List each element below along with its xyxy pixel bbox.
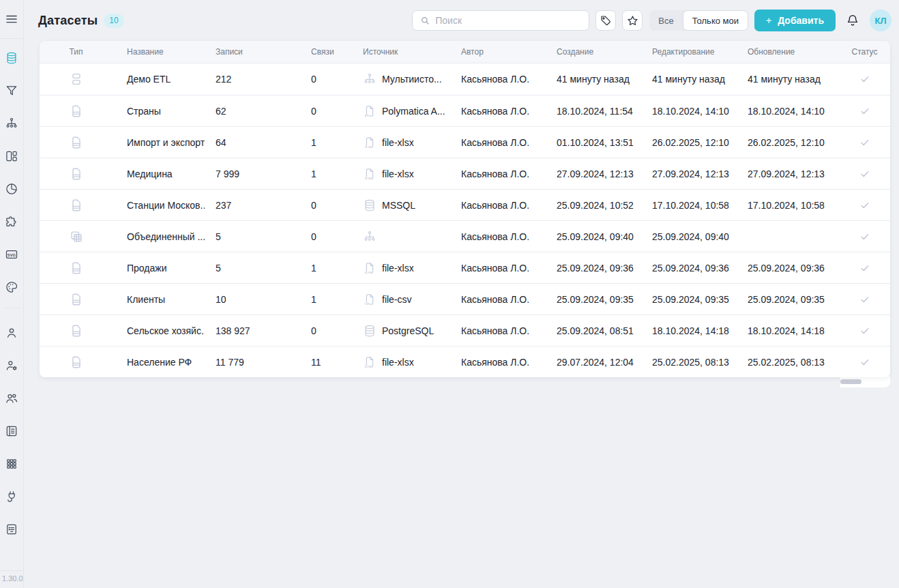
column-header-author[interactable]: Автор: [450, 47, 546, 57]
xlsx-file-icon: XLSX: [363, 167, 377, 181]
author: Касьянова Л.О.: [450, 231, 546, 242]
created-at: 01.10.2024, 13:51: [546, 137, 641, 148]
sidebar: SVG 1.30.0: [0, 0, 24, 588]
updated-at: 17.10.2024, 10:58: [737, 200, 839, 211]
document-icon: [69, 292, 84, 307]
table-row[interactable]: Сельское хозяйс... 138 927 0 PostgreSQL …: [40, 314, 890, 346]
records-count: 11 779: [205, 357, 300, 368]
column-header-type[interactable]: Тип: [40, 47, 113, 57]
pie-chart-icon: [5, 182, 18, 196]
datasets-table: ТипНазваниеЗаписиСвязиИсточникАвторСозда…: [40, 41, 890, 377]
column-header-links[interactable]: Связи: [300, 47, 355, 57]
sidebar-item-journal-book[interactable]: [0, 415, 23, 447]
source-label: file-xlsx: [382, 263, 414, 274]
created-at: 27.09.2024, 12:13: [546, 168, 641, 179]
puzzle-plugin-icon: [5, 215, 18, 229]
sidebar-item-palette[interactable]: [0, 271, 23, 304]
created-at: 25.09.2024, 09:40: [546, 231, 641, 242]
sidebar-divider: [3, 308, 20, 308]
sidebar-item-user[interactable]: [0, 317, 23, 349]
plug-connections-icon: [5, 490, 18, 503]
edited-at: 25.09.2024, 09:36: [641, 263, 737, 274]
edited-at: 17.10.2024, 10:58: [641, 200, 737, 211]
updated-at: 25.09.2024, 09:35: [737, 294, 839, 305]
toggle-only-mine[interactable]: Только мои: [683, 10, 748, 31]
dataset-name: Страны: [113, 106, 205, 117]
dashboards-layout-icon: [5, 149, 18, 163]
created-at: 29.07.2024, 12:04: [546, 357, 641, 368]
edited-at: 18.10.2024, 14:18: [641, 325, 737, 336]
notes-log-icon: [5, 523, 18, 536]
author: Касьянова Л.О.: [450, 106, 546, 117]
updated-at: 18.10.2024, 14:18: [737, 325, 839, 336]
column-header-updated[interactable]: Обновление: [737, 47, 839, 57]
column-header-name[interactable]: Название: [113, 47, 205, 57]
sidebar-item-users-group[interactable]: [0, 382, 23, 415]
column-header-edited[interactable]: Редактирование: [641, 47, 737, 57]
created-at: 25.09.2024, 08:51: [546, 325, 641, 336]
source-label: Мультиисто...: [382, 74, 442, 85]
toggle-all[interactable]: Все: [649, 10, 682, 31]
edited-at: 27.09.2024, 12:13: [641, 168, 737, 179]
add-dataset-button[interactable]: + Добавить: [754, 10, 836, 31]
search-box: [412, 10, 589, 31]
hamburger-icon: [5, 12, 18, 26]
column-header-source[interactable]: Источник: [355, 47, 450, 57]
hamburger-menu-button[interactable]: [0, 0, 23, 39]
table-row[interactable]: Импорт и экспорт 64 1 XLSX file-xlsx Кас…: [40, 126, 890, 158]
column-header-records[interactable]: Записи: [205, 47, 300, 57]
table-row[interactable]: Объединенный ... 5 0 Касьянова Л.О. 25.0…: [40, 220, 890, 252]
records-count: 5: [205, 231, 300, 242]
svg-text:XLSX: XLSX: [365, 146, 372, 149]
topbar: Датасеты 10 Все Только мои + Добавить КЛ: [24, 0, 899, 41]
sidebar-item-user-settings[interactable]: [0, 349, 23, 382]
sidebar-item-etl-sitemap[interactable]: [0, 107, 23, 140]
search-input[interactable]: [435, 15, 582, 26]
etl-sitemap-icon: [5, 117, 18, 130]
sidebar-item-modules-grid[interactable]: [0, 447, 23, 480]
sidebar-item-datasets-db[interactable]: [0, 42, 23, 74]
sidebar-item-puzzle-plugin[interactable]: [0, 205, 23, 238]
table-row[interactable]: Страны 62 0 API Polymatica A... Касьянов…: [40, 95, 890, 126]
dataset-name: Продажи: [113, 263, 205, 274]
check-icon: [859, 356, 871, 368]
sidebar-bottom-items: [0, 314, 23, 546]
tags-filter-button[interactable]: [595, 10, 616, 31]
user-avatar[interactable]: КЛ: [870, 10, 891, 31]
records-count: 62: [205, 106, 300, 117]
dataset-name: Население РФ: [113, 357, 205, 368]
horizontal-scrollbar[interactable]: [840, 379, 861, 384]
table-row[interactable]: Население РФ 11 779 11 XLSX file-xlsx Ка…: [40, 346, 890, 377]
xlsx-file-icon: XLSX: [363, 355, 377, 369]
notifications-button[interactable]: [845, 13, 860, 28]
table-row[interactable]: Клиенты 10 1 CSV file-csv Касьянова Л.О.…: [40, 283, 890, 314]
check-icon: [859, 73, 871, 85]
check-icon: [859, 168, 871, 180]
sidebar-item-svg-assets[interactable]: SVG: [0, 238, 23, 271]
search-icon: [419, 15, 430, 26]
star-icon: [626, 14, 639, 27]
tag-icon: [600, 14, 612, 27]
table-header-row: ТипНазваниеЗаписиСвязиИсточникАвторСозда…: [40, 41, 890, 63]
svg-text:XLSX: XLSX: [365, 271, 372, 274]
records-count: 138 927: [205, 325, 300, 336]
sidebar-item-notes-log[interactable]: [0, 513, 23, 546]
column-header-created[interactable]: Создание: [546, 47, 641, 57]
column-header-status[interactable]: Статус: [839, 47, 890, 57]
table-row[interactable]: Станции Москов... 237 0 MSSQL Касьянова …: [40, 189, 890, 220]
table-row[interactable]: Продажи 5 1 XLSX file-xlsx Касьянова Л.О…: [40, 252, 890, 283]
favorites-filter-button[interactable]: [622, 10, 643, 31]
sidebar-item-pie-chart[interactable]: [0, 173, 23, 205]
table-row[interactable]: Демо ETL 212 0 Мультиисто... Касьянова Л…: [40, 63, 890, 95]
document-icon: [69, 355, 84, 370]
sidebar-item-filter[interactable]: [0, 74, 23, 107]
xlsx-file-icon: XLSX: [363, 136, 377, 149]
links-count: 0: [300, 74, 355, 85]
database-icon: [363, 324, 377, 338]
sidebar-item-dashboards-layout[interactable]: [0, 140, 23, 173]
check-icon: [859, 262, 871, 274]
table-row[interactable]: Медицина 7 999 1 XLSX file-xlsx Касьянов…: [40, 158, 890, 189]
filter-icon: [5, 84, 18, 98]
sidebar-item-plug-connections[interactable]: [0, 480, 23, 513]
modules-grid-icon: [5, 457, 18, 471]
